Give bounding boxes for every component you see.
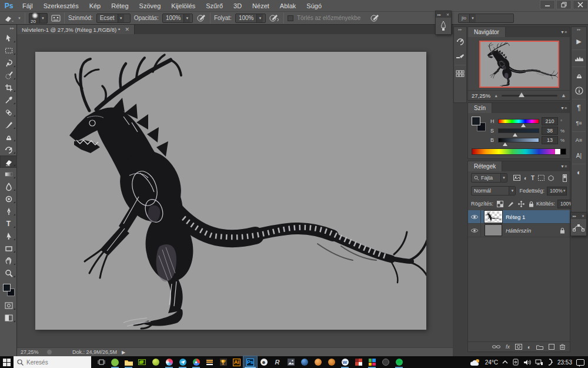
minimize-button[interactable] <box>540 0 555 9</box>
tool-preset-caret-icon[interactable]: ▼ <box>18 16 21 20</box>
chevron-down-icon[interactable]: ▼ <box>469 14 476 22</box>
adjustments-panel-icon[interactable]: ◐ <box>572 165 586 180</box>
taskbar-app-nvidia[interactable] <box>135 356 149 368</box>
paragraph-styles-panel-icon[interactable]: ¶≡ <box>572 116 586 130</box>
crop-tool[interactable] <box>0 81 17 94</box>
actions-panel-icon[interactable]: ▶ <box>572 34 586 48</box>
navigator-proxy-view[interactable] <box>479 41 559 88</box>
brightness-value-field[interactable]: 13 <box>542 136 558 144</box>
menu-view[interactable]: Nézet <box>248 2 274 10</box>
workspace-dropdown[interactable]: jio▼ <box>458 14 514 23</box>
hue-slider[interactable] <box>498 119 539 124</box>
shape-tool[interactable] <box>0 242 17 254</box>
panel-menu-icon[interactable]: ▼≡ <box>560 30 570 34</box>
expand-panels-icon[interactable]: ▸▸ <box>572 27 586 33</box>
panel-menu-icon[interactable]: ▼≡ <box>560 106 570 110</box>
action-center-icon[interactable] <box>576 359 584 366</box>
weather-icon[interactable] <box>470 359 481 366</box>
pressure-opacity-icon[interactable] <box>196 14 206 22</box>
paragraph-panel-icon[interactable]: ¶ <box>572 101 586 115</box>
hue-value-field[interactable]: 210 <box>542 117 558 125</box>
type-tool[interactable]: T <box>0 217 17 230</box>
navigator-zoom-slider[interactable] <box>502 95 557 97</box>
saturation-slider[interactable] <box>498 128 539 133</box>
erase-to-history-checkbox[interactable] <box>288 15 293 21</box>
brightness-slider-thumb[interactable] <box>503 142 507 146</box>
layer-opacity-field[interactable]: 100%▼ <box>547 187 567 195</box>
canvas[interactable] <box>35 52 426 330</box>
lock-transparency-icon[interactable] <box>497 201 503 207</box>
start-button[interactable] <box>0 356 14 368</box>
taskbar-app-utorrent[interactable] <box>108 356 122 368</box>
taskbar-app-explorer[interactable] <box>122 356 135 368</box>
status-zoom-field[interactable]: 27,25% <box>21 349 42 355</box>
taskbar-app-badge[interactable]: ☻ <box>257 356 270 368</box>
menu-filter[interactable]: Szűrő <box>201 2 228 10</box>
eraser-tool[interactable] <box>0 155 17 168</box>
hand-tool[interactable] <box>0 254 17 267</box>
taskbar-app-illustrator[interactable]: Ai <box>230 356 243 368</box>
taskbar-app-striped[interactable] <box>203 356 216 368</box>
tool-presets-panel-icon[interactable] <box>454 49 466 64</box>
device-icon[interactable] <box>512 359 519 366</box>
taskbar-app-sphere[interactable] <box>298 356 311 368</box>
document-tab[interactable]: Névtelen-1 @ 27,3% (Réteg 1,RGB/8) * ✕ <box>17 25 135 34</box>
brush-preset-picker[interactable]: 20 ▼ <box>29 13 48 24</box>
opacity-dropdown[interactable]: 100%▼ <box>162 14 193 23</box>
adjustment-layer-icon[interactable]: ◐ <box>527 344 531 350</box>
layer-style-icon[interactable]: fx <box>506 344 510 350</box>
pen-anchors-mini-icon[interactable] <box>571 219 586 236</box>
taskbar-app-orange-1[interactable] <box>311 356 325 368</box>
color-tab[interactable]: Szín <box>468 103 492 113</box>
taskbar-app-mosaic[interactable] <box>352 356 365 368</box>
menu-window[interactable]: Ablak <box>275 2 301 10</box>
taskbar-app-photoshop[interactable]: Ps <box>243 356 257 368</box>
filter-shape-layers-icon[interactable] <box>538 175 544 181</box>
chevron-down-icon[interactable]: ▼ <box>118 14 124 22</box>
close-icon[interactable]: ✕ <box>582 214 584 218</box>
menu-file[interactable]: Fájl <box>18 2 38 10</box>
panel-menu-icon[interactable]: ▼≡ <box>560 164 570 168</box>
mode-dropdown[interactable]: Ecset▼ <box>96 14 131 23</box>
expand-panels-icon[interactable]: ▸▸ <box>454 27 466 33</box>
taskbar-app-blocks[interactable] <box>365 356 379 368</box>
marquee-tool[interactable] <box>0 44 17 57</box>
foreground-color-swatch[interactable] <box>3 284 11 291</box>
menu-edit[interactable]: Szerkesztés <box>39 2 83 10</box>
zoom-tool[interactable] <box>0 267 17 279</box>
zoom-slider-thumb[interactable] <box>519 92 524 97</box>
history-panel-icon[interactable] <box>454 34 466 48</box>
healing-brush-tool[interactable] <box>0 106 17 118</box>
filter-smart-objects-icon[interactable] <box>548 175 554 181</box>
layers-tab[interactable]: Rétegek <box>468 161 502 171</box>
taskbar-app-orange-2[interactable] <box>325 356 338 368</box>
brightness-slider[interactable] <box>498 138 539 142</box>
histogram-panel-icon[interactable] <box>572 51 586 65</box>
layer-name[interactable]: Háttérszín <box>506 227 531 234</box>
zoom-in-icon[interactable]: ▲ <box>561 92 566 98</box>
airbrush-icon[interactable] <box>269 14 280 22</box>
delete-layer-icon[interactable] <box>560 344 565 350</box>
chevron-down-icon[interactable]: ▼ <box>500 174 507 182</box>
filter-toggle-switch[interactable] <box>563 174 567 182</box>
white-swatch[interactable] <box>555 149 560 154</box>
character-panel-icon[interactable]: A| <box>572 148 586 163</box>
zoom-out-icon[interactable]: ▲ <box>494 94 498 98</box>
dodge-tool[interactable] <box>0 193 17 205</box>
volume-icon[interactable] <box>523 359 531 366</box>
chevron-down-icon[interactable]: ▼ <box>256 14 263 22</box>
status-menu-arrow-icon[interactable]: ▶ <box>122 350 125 355</box>
navigator-zoom-field[interactable]: 27,25% <box>472 92 490 99</box>
taskbar-app-telegram[interactable] <box>176 356 189 368</box>
layer-thumbnail[interactable] <box>485 224 502 236</box>
menu-help[interactable]: Súgó <box>302 2 326 10</box>
clone-stamp-tool[interactable] <box>0 131 17 143</box>
blend-mode-dropdown[interactable]: Normál▼ <box>471 186 516 195</box>
menu-layer[interactable]: Réteg <box>106 2 133 10</box>
close-icon[interactable]: ✕ <box>446 12 449 16</box>
hue-slider-thumb[interactable] <box>521 124 526 127</box>
layer-name[interactable]: Réteg 1 <box>506 214 525 220</box>
gradient-tool[interactable] <box>0 168 17 180</box>
filter-pixel-layers-icon[interactable] <box>513 175 520 181</box>
menu-3d[interactable]: 3D <box>229 2 246 10</box>
